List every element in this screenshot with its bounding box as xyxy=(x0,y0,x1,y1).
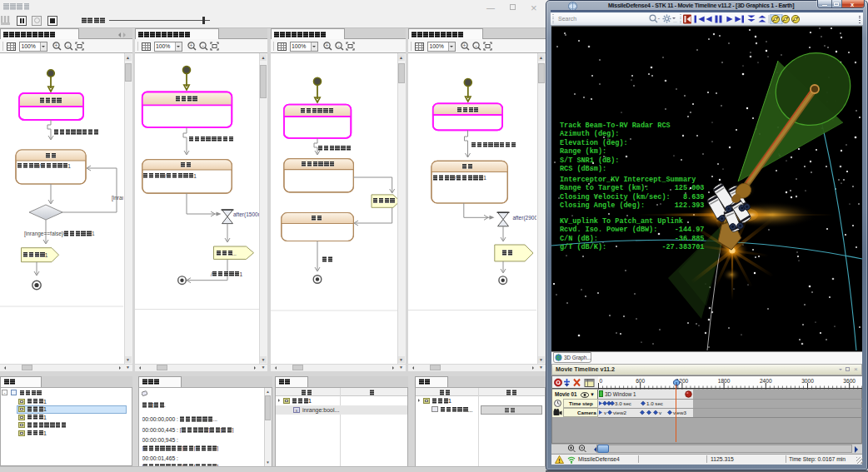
svg-text:-: - xyxy=(337,42,339,48)
svg-text:-: - xyxy=(67,42,68,48)
svg-text:3000: 3000 xyxy=(801,377,814,383)
svg-text:v: v xyxy=(604,410,607,415)
svg-text:2400: 2400 xyxy=(759,377,771,383)
svg-text:3600: 3600 xyxy=(843,377,856,383)
svg-text:view2: view2 xyxy=(613,410,626,415)
svg-text:-: - xyxy=(475,42,476,48)
svg-text:+: + xyxy=(463,42,466,48)
svg-text:1.0 sec: 1.0 sec xyxy=(646,400,663,406)
svg-text:0: 0 xyxy=(599,377,602,383)
svg-text:+: + xyxy=(189,42,192,48)
svg-text:v: v xyxy=(659,410,662,415)
svg-text:-: - xyxy=(202,42,203,48)
svg-text:!: ! xyxy=(558,458,560,464)
svg-text:+: + xyxy=(55,42,58,48)
svg-text:+: + xyxy=(325,42,328,48)
svg-text:1800: 1800 xyxy=(717,377,730,383)
svg-text:600: 600 xyxy=(636,377,645,383)
svg-text:3.0 sec: 3.0 sec xyxy=(615,400,631,406)
